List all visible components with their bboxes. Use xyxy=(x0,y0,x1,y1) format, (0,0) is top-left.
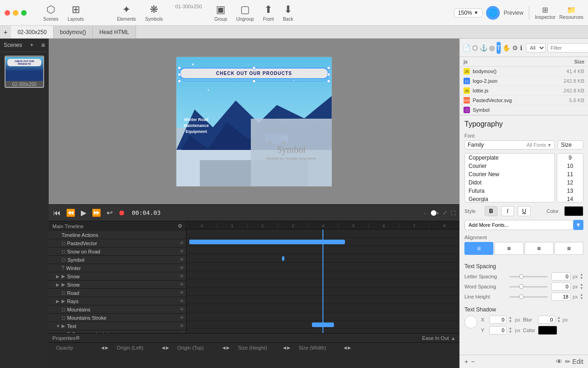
scenes-menu-button[interactable]: ≡ xyxy=(41,41,45,49)
font-list-item[interactable]: Courier xyxy=(465,162,554,170)
track-row-0[interactable] xyxy=(187,230,459,238)
tl-play-button[interactable]: ▶ xyxy=(80,207,87,218)
prop-1-decrement[interactable]: ◀ xyxy=(162,345,165,350)
rp-eye-button[interactable]: 👁 xyxy=(556,358,562,365)
timeline-layer-6[interactable]: ◻Road👁 xyxy=(49,289,186,297)
maximize-button[interactable] xyxy=(21,10,27,16)
tl-fit-button[interactable]: ⤢ xyxy=(443,210,447,216)
tl-skip-start-button[interactable]: ⏮ xyxy=(52,208,62,218)
symbols-button[interactable]: ❋ Symbols xyxy=(145,4,163,22)
prop-4-decrement[interactable]: ◀ xyxy=(344,345,347,350)
scene-thumb-0[interactable]: CHECK OUT OUR PRODUCTS 02-300x250 xyxy=(5,56,44,88)
shadow-blur-input[interactable] xyxy=(538,316,555,324)
letter-spacing-input[interactable] xyxy=(551,272,571,281)
layouts-button[interactable]: ⊞ Layouts xyxy=(68,4,84,22)
track-row-7[interactable] xyxy=(187,288,459,296)
scenes-button[interactable]: ⬡ Scenes xyxy=(43,4,58,22)
rp-search-input[interactable] xyxy=(548,43,588,52)
tab-0[interactable]: 02-300x250 xyxy=(11,26,53,38)
prop-0-increment[interactable]: ▶ xyxy=(105,345,108,350)
font-size-item[interactable]: 13 xyxy=(557,187,583,195)
track-row-2[interactable] xyxy=(187,246,459,254)
tl-zoom-out-icon[interactable]: - xyxy=(424,210,425,216)
font-list-item[interactable]: Georgia xyxy=(465,195,554,202)
prop-3-increment[interactable]: ▶ xyxy=(287,345,290,350)
rp-settings-button[interactable]: ⚙ xyxy=(512,42,518,54)
rp-anchor-button[interactable]: ⚓ xyxy=(480,42,487,54)
font-list-item[interactable]: Futura xyxy=(465,187,554,195)
tab-add-button[interactable]: + xyxy=(0,29,11,36)
track-row-1[interactable] xyxy=(187,238,459,246)
track-row-5[interactable] xyxy=(187,271,459,279)
timeline-layer-9[interactable]: ◻Mountains Stroke👁 xyxy=(49,314,186,322)
underline-button[interactable]: U xyxy=(518,206,531,216)
prop-0-decrement[interactable]: ◀ xyxy=(101,345,104,350)
tab-2[interactable]: Head HTML xyxy=(93,26,136,38)
prop-1-increment[interactable]: ▶ xyxy=(166,345,169,350)
zoom-control[interactable]: 150% ▼ xyxy=(454,8,483,17)
ease-dropdown-icon[interactable]: ▲ xyxy=(451,335,456,341)
tab-1[interactable]: bodymov() xyxy=(54,26,93,38)
tl-record-button[interactable]: ⏺ xyxy=(117,208,126,218)
font-size-item[interactable]: 9 xyxy=(557,154,583,162)
track-row-12[interactable] xyxy=(187,329,459,333)
group-button[interactable]: ▣ Group xyxy=(214,4,227,22)
font-size-item[interactable]: 12 xyxy=(557,178,583,187)
prop-2-decrement[interactable]: ◀ xyxy=(222,345,226,350)
prop-2-increment[interactable]: ▶ xyxy=(226,345,230,350)
elements-button[interactable]: ✦ Elements xyxy=(117,4,136,22)
align-right-button[interactable]: ≡ xyxy=(525,242,554,255)
scenes-add-button[interactable]: + xyxy=(30,42,33,48)
rp-layers-button[interactable]: ⬡ xyxy=(472,42,478,54)
tl-actions-row[interactable]: Timeline Actions xyxy=(49,231,186,239)
italic-button[interactable]: I xyxy=(501,206,514,216)
rp-text-button[interactable]: T xyxy=(497,42,501,54)
letter-spacing-slider[interactable] xyxy=(509,276,548,277)
file-item-1[interactable]: { } logo-2.json 242.8 KB xyxy=(460,76,588,86)
ungroup-button[interactable]: ▢ Ungroup xyxy=(236,4,254,22)
close-button[interactable] xyxy=(5,10,10,16)
shadow-x-down[interactable]: ▼ xyxy=(509,320,512,323)
add-fonts-dropdown[interactable]: ▼ xyxy=(573,220,583,230)
tl-settings-icon[interactable]: ⚙ xyxy=(178,223,182,229)
rp-circle-button[interactable]: ◎ xyxy=(489,42,495,54)
tl-step-forward-button[interactable]: ⏩ xyxy=(91,207,102,218)
file-item-0[interactable]: JS bodymov() 41.4 KB xyxy=(460,67,588,76)
align-center-button[interactable]: ≡ xyxy=(494,242,523,255)
font-list-item[interactable]: Didot xyxy=(465,178,554,187)
timeline-layer-4[interactable]: ▶▶Snow👁 xyxy=(49,272,186,281)
timeline-layer-0[interactable]: ◻PastedVector👁 xyxy=(49,239,186,247)
track-row-11[interactable] xyxy=(187,321,459,329)
timeline-layer-10[interactable]: ▼▶Text👁 xyxy=(49,322,186,330)
rp-add-button[interactable]: + xyxy=(464,358,468,365)
text-color-swatch[interactable] xyxy=(564,206,583,216)
minimize-button[interactable] xyxy=(13,10,18,16)
line-height-down[interactable]: ▼ xyxy=(580,297,583,300)
timeline-layer-1[interactable]: ◻Snow on Road👁 xyxy=(49,247,186,256)
track-row-8[interactable] xyxy=(187,296,459,304)
front-button[interactable]: ⬆ Front xyxy=(263,4,274,22)
font-list[interactable]: CopperplateCourierCourier NewDidotFutura… xyxy=(465,154,554,202)
cta-banner[interactable]: CHECK OUT OUR PRODUCTS xyxy=(179,68,329,79)
tl-step-back-button[interactable]: ⏪ xyxy=(65,207,76,218)
rp-page-button[interactable]: 📄 xyxy=(463,42,470,54)
file-item-3[interactable]: SVG PastedVector.svg 5.6 KB xyxy=(460,96,588,105)
rp-edit-button[interactable]: ✏ Edit xyxy=(565,358,583,365)
file-item-4[interactable]: ⬡ Symbol xyxy=(460,105,588,115)
word-spacing-input[interactable] xyxy=(551,282,571,291)
rp-info-button[interactable]: ℹ xyxy=(520,42,522,54)
align-justify-button[interactable]: ≡ xyxy=(554,242,583,255)
inspector-button[interactable]: ⊞ Inspector xyxy=(535,6,555,20)
rp-hand-button[interactable]: ✋ xyxy=(503,42,510,54)
letter-spacing-down[interactable]: ▼ xyxy=(580,276,583,280)
timeline-layer-8[interactable]: ◻Mountains👁 xyxy=(49,305,186,314)
timeline-layer-7[interactable]: ▶▶Rays👁 xyxy=(49,297,186,305)
shadow-y-down[interactable]: ▼ xyxy=(509,330,512,334)
resources-button[interactable]: 📁 Resources xyxy=(559,6,583,20)
shadow-blur-down[interactable]: ▼ xyxy=(557,320,561,323)
line-height-input[interactable] xyxy=(551,293,571,301)
props-settings-icon[interactable]: ⚙ xyxy=(75,335,80,341)
font-family-control[interactable]: Family All Fonts ▼ xyxy=(464,140,555,150)
rp-all-select[interactable]: All xyxy=(526,43,546,52)
rp-remove-button[interactable]: − xyxy=(471,358,475,365)
